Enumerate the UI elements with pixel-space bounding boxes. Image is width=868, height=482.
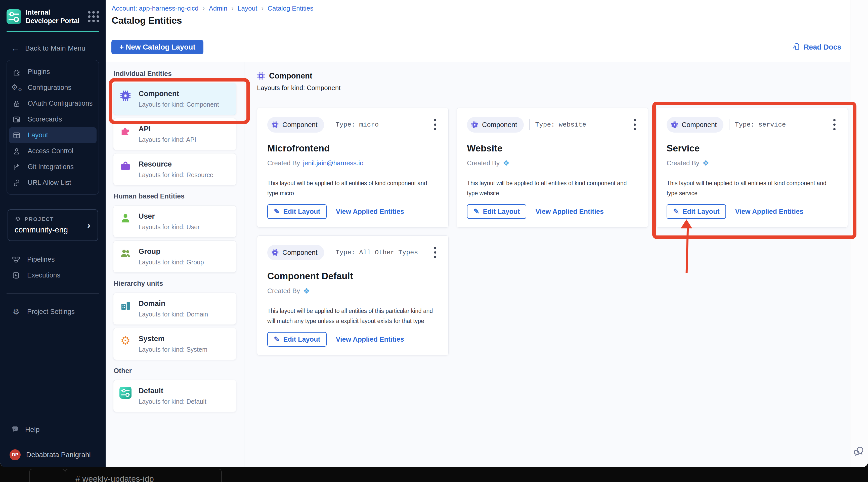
page-header: Account: app-harness-ng-cicd Admin Layou…	[105, 0, 850, 32]
project-selector[interactable]: PROJECT community-eng ›	[7, 209, 98, 241]
sidebar-item-scorecards[interactable]: Scorecards	[9, 112, 97, 127]
type-label: Type: All Other Types	[336, 249, 418, 257]
kind-subtitle: Layouts for kind: Component	[257, 84, 850, 92]
help-label: Help	[25, 426, 40, 434]
card-menu-icon[interactable]	[432, 117, 438, 132]
breadcrumb-account[interactable]: Account: app-harness-ng-cicd	[112, 4, 198, 12]
divider	[729, 119, 730, 130]
page-title: Catalog Entities	[112, 16, 850, 26]
view-applied-entities-link[interactable]: View Applied Entities	[336, 208, 404, 216]
section-individual-entities: Individual Entities	[114, 70, 236, 78]
app-switcher-icon[interactable]	[88, 11, 99, 22]
help-button[interactable]: ? Help	[10, 425, 40, 434]
sidebar-item-label: OAuth Configurations	[28, 100, 93, 108]
gears-icon: ⚙⚙	[12, 83, 21, 92]
layout-description: This layout will be applied to all entit…	[267, 306, 433, 326]
edit-layout-button[interactable]: ✎ Edit Layout	[267, 332, 327, 347]
annotation-arrow-head	[681, 219, 692, 229]
divider	[330, 247, 330, 258]
layout-description: This layout will be applied to all entit…	[666, 178, 833, 198]
entity-item-api[interactable]: API Layouts for kind: API	[113, 118, 236, 150]
background-window-bar: # weekly-updates-idp	[0, 467, 868, 482]
type-label: Type: service	[735, 121, 786, 128]
read-docs-link[interactable]: Read Docs	[792, 42, 841, 52]
view-applied-entities-link[interactable]: View Applied Entities	[735, 208, 803, 216]
harness-logo-icon: ❖	[702, 159, 709, 167]
harness-idp-logo	[6, 9, 21, 24]
layout-icon	[12, 131, 21, 140]
pencil-icon: ✎	[274, 336, 280, 343]
sidebar-item-label: Scorecards	[28, 116, 62, 123]
docs-icon	[792, 42, 800, 52]
breadcrumb-admin[interactable]: Admin	[198, 4, 227, 12]
user-icon	[119, 212, 131, 224]
right-rail	[850, 0, 868, 467]
layout-card-website: Component Type: website Website Created …	[457, 108, 648, 228]
user-menu[interactable]: DP Debabrata Panigrahi	[9, 449, 91, 460]
svg-text:?: ?	[13, 427, 16, 431]
sidebar-nav-project: Pipelines Executions	[8, 251, 99, 283]
pencil-icon: ✎	[473, 208, 479, 215]
view-applied-entities-link[interactable]: View Applied Entities	[535, 208, 604, 216]
entity-item-group[interactable]: Group Layouts for kind: Group	[113, 241, 236, 273]
kind-badge: Component	[267, 117, 324, 132]
sidebar-item-project-settings[interactable]: ⚙ Project Settings	[8, 304, 99, 320]
breadcrumb-catalog-entities[interactable]: Catalog Entities	[257, 4, 313, 12]
sidebar-item-label: Pipelines	[27, 255, 55, 263]
app-title: Internal Developer Portal	[26, 8, 80, 25]
component-chip-icon	[671, 121, 678, 128]
created-by-row: Created By jenil.jain@harness.io	[267, 159, 438, 167]
sidebar-item-executions[interactable]: Executions	[8, 267, 99, 283]
sidebar-item-layout[interactable]: Layout	[9, 127, 97, 143]
view-applied-entities-link[interactable]: View Applied Entities	[336, 336, 404, 343]
new-catalog-layout-button[interactable]: + New Catalog Layout	[112, 40, 204, 54]
chat-bubbles-icon[interactable]	[854, 445, 865, 458]
scorecard-icon	[12, 115, 21, 124]
component-chip-icon	[257, 72, 265, 80]
edit-layout-button[interactable]: ✎ Edit Layout	[267, 204, 327, 219]
git-branch-icon	[12, 162, 21, 172]
card-menu-icon[interactable]	[632, 117, 638, 132]
content: Individual Entities Component Layouts fo…	[105, 62, 850, 467]
created-by-link[interactable]: jenil.jain@harness.io	[303, 159, 363, 167]
domain-buildings-icon	[119, 299, 131, 311]
plugins-icon	[12, 67, 21, 77]
sidebar: Internal Developer Portal ← Back to Main…	[0, 0, 105, 467]
entity-item-system[interactable]: ⚙ System Layouts for kind: System	[113, 328, 236, 360]
background-channel-label: # weekly-updates-idp	[75, 474, 154, 482]
kind-badge: Component	[467, 117, 524, 132]
created-by-row: Created By ❖	[666, 159, 838, 167]
background-window-fragment	[29, 469, 65, 482]
edit-layout-button[interactable]: ✎ Edit Layout	[666, 204, 726, 219]
kind-heading: Component	[257, 71, 850, 81]
entity-item-domain[interactable]: Domain Layouts for kind: Domain	[113, 293, 236, 325]
entity-item-resource[interactable]: Resource Layouts for kind: Resource	[113, 153, 236, 185]
sidebar-item-pipelines[interactable]: Pipelines	[8, 251, 99, 267]
sidebar-item-plugins[interactable]: Plugins	[9, 64, 97, 80]
entity-item-user[interactable]: User Layouts for kind: User	[113, 205, 236, 238]
layout-title: Component Default	[267, 271, 438, 281]
chevron-right-icon: ›	[87, 219, 91, 231]
sidebar-item-git-integrations[interactable]: Git Integrations	[9, 159, 97, 175]
sidebar-item-access-control[interactable]: Access Control	[9, 143, 97, 159]
sidebar-item-configurations[interactable]: ⚙⚙ Configurations	[9, 80, 97, 96]
section-hierarchy-units: Hierarchy units	[114, 280, 236, 288]
card-menu-icon[interactable]	[432, 245, 438, 260]
layout-cards-grid: Component Type: micro Microfrontend Crea…	[257, 108, 861, 384]
sidebar-item-url-allow-list[interactable]: URL Allow List	[9, 175, 97, 191]
created-by-row: Created By ❖	[267, 287, 438, 295]
entity-item-component[interactable]: Component Layouts for kind: Component	[113, 83, 236, 115]
type-label: Type: website	[535, 121, 586, 128]
help-chat-icon: ?	[10, 425, 20, 434]
project-eyebrow-label: PROJECT	[25, 216, 54, 222]
gear-icon: ⚙	[11, 307, 21, 317]
sidebar-item-oauth-configurations[interactable]: OAuth Configurations	[9, 96, 97, 112]
back-to-main-menu[interactable]: ← Back to Main Menu	[0, 32, 105, 60]
sidebar-item-label: Git Integrations	[28, 163, 74, 171]
back-label: Back to Main Menu	[25, 44, 86, 52]
edit-layout-button[interactable]: ✎ Edit Layout	[467, 204, 526, 219]
card-menu-icon[interactable]	[831, 117, 838, 132]
breadcrumb-layout[interactable]: Layout	[227, 4, 257, 12]
component-chip-icon	[119, 90, 131, 102]
entity-item-default[interactable]: Default Layouts for kind: Default	[113, 380, 236, 412]
